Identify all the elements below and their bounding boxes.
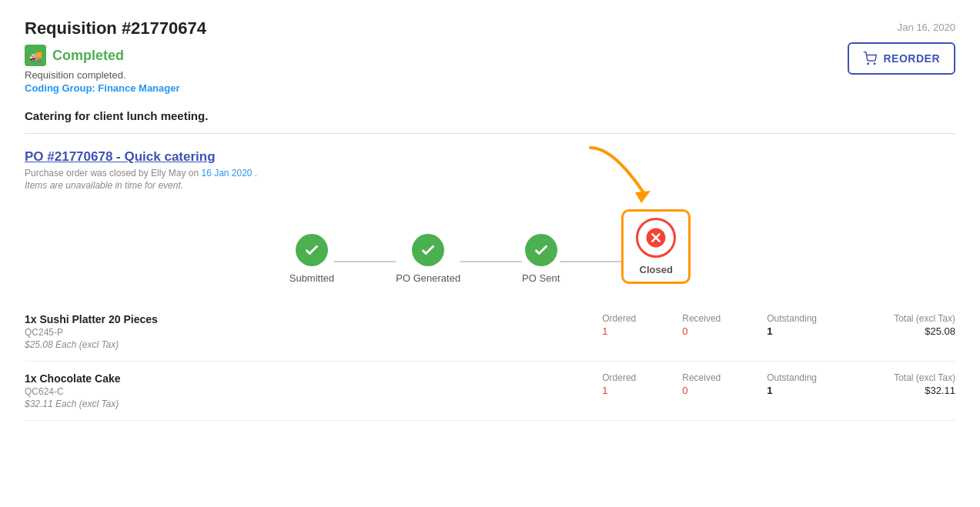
received-2: Received 0 (682, 372, 721, 396)
divider (25, 133, 955, 134)
outstanding-2: Outstanding 1 (767, 372, 817, 396)
ordered-2: Ordered 1 (602, 372, 636, 396)
item-code-1: QC245-P (25, 327, 602, 338)
received-label-1: Received (682, 313, 721, 324)
po-link[interactable]: PO #21770678 - Quick catering (25, 149, 216, 164)
coding-group-label: Coding Group: (25, 82, 95, 94)
item-info-1: 1x Sushi Platter 20 Pieces QC245-P $25.0… (25, 313, 602, 350)
cart-icon (863, 52, 877, 65)
step-closed: Closed (621, 209, 691, 284)
step-connector-2 (460, 261, 522, 262)
step-connector-1 (334, 261, 396, 262)
outstanding-1: Outstanding 1 (767, 313, 817, 337)
po-closed-date-link[interactable]: 16 Jan 2020 (201, 168, 252, 178)
ordered-label-1: Ordered (602, 313, 636, 324)
page-title: Requisition #21770674 (25, 18, 206, 38)
svg-point-0 (868, 63, 869, 65)
step-po-sent-label: PO Sent (522, 272, 560, 284)
po-warning: Items are unavailable in time for event. (25, 180, 955, 191)
step-submitted-icon (296, 234, 328, 266)
ordered-label-2: Ordered (602, 372, 636, 383)
svg-point-1 (875, 63, 876, 65)
svg-marker-2 (635, 191, 651, 203)
progress-steps: Submitted PO Generated PO Sent Closed (25, 209, 955, 284)
status-message: Requisition completed. (25, 69, 206, 81)
total-2: Total (excl Tax) $32.11 (863, 372, 955, 396)
step-submitted-label: Submitted (289, 272, 335, 284)
truck-icon: 🚚 (25, 45, 46, 66)
step-po-generated: PO Generated (396, 234, 460, 284)
requisition-date: Jan 16, 2020 (898, 22, 955, 33)
table-row: 1x Sushi Platter 20 Pieces QC245-P $25.0… (25, 302, 955, 362)
po-closed-message: Purchase order was closed by Elly May on… (25, 168, 955, 178)
item-stats-1: Ordered 1 Received 0 Outstanding 1 Total… (602, 313, 955, 337)
reorder-button[interactable]: REORDER (848, 42, 955, 75)
step-closed-icon (636, 218, 676, 258)
total-label-1: Total (excl Tax) (894, 313, 955, 324)
reorder-label: REORDER (883, 52, 940, 65)
description-text: Catering for client lunch meeting. (25, 109, 955, 122)
received-1: Received 0 (682, 313, 721, 337)
item-info-2: 1x Chocolate Cake QC624-C $32.11 Each (e… (25, 372, 602, 409)
step-po-generated-label: PO Generated (396, 272, 460, 284)
coding-group: Coding Group: Finance Manager (25, 82, 206, 94)
outstanding-label-2: Outstanding (767, 372, 817, 383)
step-closed-label: Closed (640, 264, 673, 275)
total-value-2: $32.11 (925, 385, 955, 396)
status-badge: Completed (52, 48, 124, 64)
ordered-value-2: 1 (602, 385, 607, 396)
items-list: 1x Sushi Platter 20 Pieces QC245-P $25.0… (25, 302, 955, 421)
step-connector-3 (560, 261, 621, 262)
outstanding-value-1: 1 (767, 325, 772, 337)
po-section: PO #21770678 - Quick catering Purchase o… (25, 149, 955, 191)
total-1: Total (excl Tax) $25.08 (863, 313, 955, 337)
item-price-2: $32.11 Each (excl Tax) (25, 399, 602, 409)
total-label-2: Total (excl Tax) (894, 372, 955, 383)
outstanding-value-2: 1 (767, 385, 772, 396)
item-code-2: QC624-C (25, 386, 602, 397)
orange-arrow (575, 140, 667, 209)
ordered-1: Ordered 1 (602, 313, 636, 337)
received-value-2: 0 (682, 385, 687, 396)
step-closed-wrapper: Closed (621, 209, 691, 284)
step-po-sent: PO Sent (522, 234, 560, 284)
ordered-value-1: 1 (602, 325, 607, 337)
step-po-generated-icon (412, 234, 444, 266)
step-po-sent-icon (525, 234, 557, 266)
received-label-2: Received (682, 372, 721, 383)
total-value-1: $25.08 (925, 325, 955, 337)
table-row: 1x Chocolate Cake QC624-C $32.11 Each (e… (25, 362, 955, 421)
item-price-1: $25.08 Each (excl Tax) (25, 339, 602, 350)
item-name-1: 1x Sushi Platter 20 Pieces (25, 313, 602, 325)
item-name-2: 1x Chocolate Cake (25, 372, 602, 385)
coding-group-value: Finance Manager (98, 82, 179, 94)
received-value-1: 0 (682, 325, 687, 337)
outstanding-label-1: Outstanding (767, 313, 817, 324)
step-submitted: Submitted (289, 234, 335, 284)
item-stats-2: Ordered 1 Received 0 Outstanding 1 Total… (602, 372, 955, 396)
